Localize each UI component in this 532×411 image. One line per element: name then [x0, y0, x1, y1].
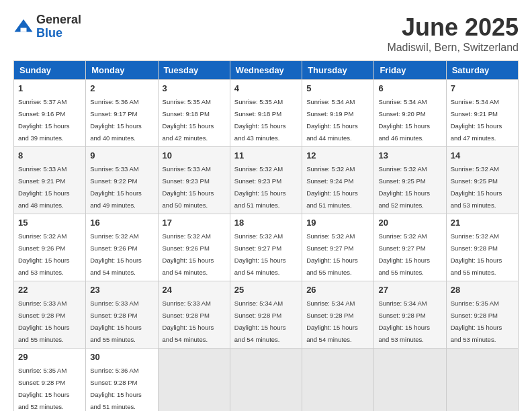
day-number: 1 [18, 83, 81, 93]
empty-cell [302, 349, 374, 412]
day-number: 13 [378, 150, 441, 161]
calendar-day: 7 Sunrise: 5:34 AMSunset: 9:21 PMDayligh… [446, 80, 518, 147]
calendar-day: 20 Sunrise: 5:32 AMSunset: 9:27 PMDaylig… [374, 214, 446, 281]
day-number: 7 [451, 83, 514, 93]
day-number: 4 [234, 83, 298, 93]
header-row: Sunday Monday Tuesday Wednesday Thursday… [14, 61, 519, 80]
calendar-day: 3 Sunrise: 5:35 AMSunset: 9:18 PMDayligh… [158, 80, 230, 147]
calendar-day: 5 Sunrise: 5:34 AMSunset: 9:19 PMDayligh… [302, 80, 374, 147]
col-tuesday: Tuesday [158, 61, 230, 80]
day-number: 25 [234, 285, 298, 295]
calendar: Sunday Monday Tuesday Wednesday Thursday… [13, 60, 519, 411]
logo-icon [13, 17, 34, 37]
day-info: Sunrise: 5:33 AMSunset: 9:23 PMDaylight:… [163, 165, 214, 209]
calendar-day: 13 Sunrise: 5:32 AMSunset: 9:25 PMDaylig… [374, 147, 446, 214]
day-info: Sunrise: 5:35 AMSunset: 9:18 PMDaylight:… [234, 98, 286, 142]
day-info: Sunrise: 5:33 AMSunset: 9:22 PMDaylight:… [90, 165, 142, 209]
col-monday: Monday [86, 61, 158, 80]
calendar-day: 10 Sunrise: 5:33 AMSunset: 9:23 PMDaylig… [158, 147, 230, 214]
day-info: Sunrise: 5:32 AMSunset: 9:26 PMDaylight:… [90, 232, 142, 276]
day-number: 26 [306, 285, 369, 295]
month-title: June 2025 [387, 13, 519, 42]
calendar-day: 14 Sunrise: 5:32 AMSunset: 9:25 PMDaylig… [446, 147, 518, 214]
day-info: Sunrise: 5:32 AMSunset: 9:23 PMDaylight:… [234, 165, 286, 209]
calendar-day: 18 Sunrise: 5:32 AMSunset: 9:27 PMDaylig… [230, 214, 302, 281]
empty-cell [230, 349, 302, 412]
day-number: 28 [451, 285, 514, 295]
col-saturday: Saturday [446, 61, 518, 80]
day-info: Sunrise: 5:34 AMSunset: 9:19 PMDaylight:… [306, 98, 358, 142]
logo-text: General Blue [36, 13, 81, 40]
day-number: 8 [18, 150, 81, 161]
day-number: 19 [306, 218, 369, 228]
page-header: General Blue June 2025 Madiswil, Bern, S… [13, 13, 519, 54]
empty-cell [446, 349, 518, 412]
calendar-day: 11 Sunrise: 5:32 AMSunset: 9:23 PMDaylig… [230, 147, 302, 214]
day-info: Sunrise: 5:33 AMSunset: 9:28 PMDaylight:… [90, 300, 142, 343]
day-number: 30 [90, 352, 153, 362]
day-number: 6 [378, 83, 441, 93]
day-number: 21 [451, 218, 514, 228]
calendar-day: 19 Sunrise: 5:32 AMSunset: 9:27 PMDaylig… [302, 214, 374, 281]
day-info: Sunrise: 5:33 AMSunset: 9:28 PMDaylight:… [163, 300, 214, 343]
calendar-day: 15 Sunrise: 5:32 AMSunset: 9:26 PMDaylig… [14, 214, 86, 281]
empty-cell [158, 349, 230, 412]
calendar-week: 8 Sunrise: 5:33 AMSunset: 9:21 PMDayligh… [14, 147, 519, 214]
day-info: Sunrise: 5:34 AMSunset: 9:20 PMDaylight:… [378, 98, 430, 142]
calendar-day: 16 Sunrise: 5:32 AMSunset: 9:26 PMDaylig… [86, 214, 158, 281]
col-wednesday: Wednesday [230, 61, 302, 80]
calendar-day: 23 Sunrise: 5:33 AMSunset: 9:28 PMDaylig… [86, 281, 158, 349]
col-thursday: Thursday [302, 61, 374, 80]
calendar-week: 15 Sunrise: 5:32 AMSunset: 9:26 PMDaylig… [14, 214, 519, 281]
calendar-day: 4 Sunrise: 5:35 AMSunset: 9:18 PMDayligh… [230, 80, 302, 147]
day-number: 18 [234, 218, 298, 228]
day-info: Sunrise: 5:32 AMSunset: 9:25 PMDaylight:… [378, 165, 430, 209]
day-info: Sunrise: 5:33 AMSunset: 9:21 PMDaylight:… [18, 165, 70, 209]
calendar-day: 17 Sunrise: 5:32 AMSunset: 9:26 PMDaylig… [158, 214, 230, 281]
day-number: 2 [90, 83, 153, 93]
day-info: Sunrise: 5:32 AMSunset: 9:27 PMDaylight:… [306, 232, 358, 276]
calendar-day: 12 Sunrise: 5:32 AMSunset: 9:24 PMDaylig… [302, 147, 374, 214]
col-sunday: Sunday [14, 61, 86, 80]
day-number: 16 [90, 218, 153, 228]
day-info: Sunrise: 5:35 AMSunset: 9:28 PMDaylight:… [18, 367, 70, 410]
day-number: 14 [451, 150, 514, 161]
calendar-day: 24 Sunrise: 5:33 AMSunset: 9:28 PMDaylig… [158, 281, 230, 349]
day-info: Sunrise: 5:36 AMSunset: 9:17 PMDaylight:… [90, 98, 142, 142]
day-info: Sunrise: 5:34 AMSunset: 9:28 PMDaylight:… [378, 300, 430, 343]
day-number: 15 [18, 218, 81, 228]
logo: General Blue [13, 13, 81, 40]
title-area: June 2025 Madiswil, Bern, Switzerland [387, 13, 519, 54]
day-info: Sunrise: 5:32 AMSunset: 9:26 PMDaylight:… [18, 232, 70, 276]
calendar-day: 25 Sunrise: 5:34 AMSunset: 9:28 PMDaylig… [230, 281, 302, 349]
calendar-day: 22 Sunrise: 5:33 AMSunset: 9:28 PMDaylig… [14, 281, 86, 349]
col-friday: Friday [374, 61, 446, 80]
day-number: 17 [163, 218, 226, 228]
logo-general: General [36, 13, 81, 27]
day-number: 10 [163, 150, 226, 161]
calendar-day: 26 Sunrise: 5:34 AMSunset: 9:28 PMDaylig… [302, 281, 374, 349]
calendar-body: 1 Sunrise: 5:37 AMSunset: 9:16 PMDayligh… [14, 80, 519, 412]
day-info: Sunrise: 5:34 AMSunset: 9:28 PMDaylight:… [306, 300, 358, 343]
day-number: 22 [18, 285, 81, 295]
day-info: Sunrise: 5:33 AMSunset: 9:28 PMDaylight:… [18, 300, 70, 343]
day-number: 5 [306, 83, 369, 93]
day-number: 20 [378, 218, 441, 228]
day-info: Sunrise: 5:34 AMSunset: 9:28 PMDaylight:… [234, 300, 286, 343]
day-number: 23 [90, 285, 153, 295]
day-info: Sunrise: 5:32 AMSunset: 9:27 PMDaylight:… [378, 232, 430, 276]
day-info: Sunrise: 5:32 AMSunset: 9:27 PMDaylight:… [234, 232, 286, 276]
day-info: Sunrise: 5:32 AMSunset: 9:26 PMDaylight:… [163, 232, 214, 276]
day-info: Sunrise: 5:36 AMSunset: 9:28 PMDaylight:… [90, 367, 142, 410]
calendar-day: 21 Sunrise: 5:32 AMSunset: 9:28 PMDaylig… [446, 214, 518, 281]
calendar-day: 8 Sunrise: 5:33 AMSunset: 9:21 PMDayligh… [14, 147, 86, 214]
calendar-header: Sunday Monday Tuesday Wednesday Thursday… [14, 61, 519, 80]
day-number: 11 [234, 150, 298, 161]
day-info: Sunrise: 5:32 AMSunset: 9:25 PMDaylight:… [451, 165, 502, 209]
calendar-day: 28 Sunrise: 5:35 AMSunset: 9:28 PMDaylig… [446, 281, 518, 349]
day-number: 9 [90, 150, 153, 161]
logo-blue: Blue [36, 27, 81, 40]
day-number: 24 [163, 285, 226, 295]
calendar-day: 2 Sunrise: 5:36 AMSunset: 9:17 PMDayligh… [86, 80, 158, 147]
day-info: Sunrise: 5:32 AMSunset: 9:28 PMDaylight:… [451, 232, 502, 276]
